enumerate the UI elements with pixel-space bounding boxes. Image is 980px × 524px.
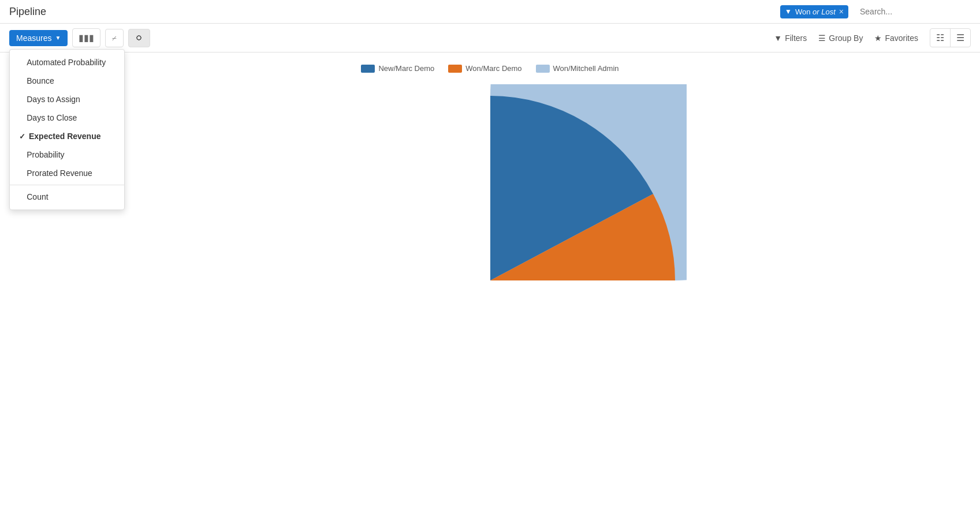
filters-label: Filters — [785, 33, 807, 43]
dropdown-divider — [10, 185, 124, 185]
groupby-label: Group By — [829, 33, 863, 43]
legend-item-won-mitchell-admin: Won/Mitchell Admin — [536, 64, 619, 73]
main-content: New/Marc Demo Won/Marc Demo Won/Mitchell… — [0, 53, 980, 488]
measures-arrow-icon: ▼ — [55, 35, 61, 41]
dropdown-item-days-to-close[interactable]: Days to Close — [10, 108, 124, 127]
chart-legend: New/Marc Demo Won/Marc Demo Won/Mitchell… — [361, 64, 618, 73]
pie-chart-container — [294, 84, 687, 477]
dropdown-item-expected-revenue[interactable]: ✓ Expected Revenue — [10, 127, 124, 145]
measures-dropdown: Automated Probability Bounce Days to Ass… — [9, 49, 125, 210]
groupby-icon: ☰ — [818, 33, 826, 43]
legend-item-won-marc-demo: Won/Marc Demo — [448, 64, 521, 73]
filters-action[interactable]: ▼ Filters — [774, 33, 807, 43]
dropdown-item-days-to-assign[interactable]: Days to Assign — [10, 90, 124, 108]
legend-color-new-marc-demo — [361, 65, 375, 73]
legend-item-new-marc-demo: New/Marc Demo — [361, 64, 434, 73]
dropdown-item-bounce[interactable]: Bounce — [10, 72, 124, 90]
dropdown-item-prorated-revenue[interactable]: Prorated Revenue — [10, 164, 124, 182]
bar-chart-button[interactable]: ▮▮▮ — [72, 28, 100, 47]
view-toggle: ☷ ☰ — [930, 28, 971, 47]
list-view-button[interactable]: ☰ — [950, 29, 970, 47]
pie-chart-button[interactable]: ⭘ — [128, 29, 150, 47]
filter-label: Won or Lost — [795, 8, 836, 16]
filter-tag: ▼ Won or Lost × — [780, 5, 848, 18]
measures-button[interactable]: Measures ▼ — [9, 30, 68, 46]
favorites-icon: ★ — [874, 33, 882, 43]
filters-icon: ▼ — [774, 33, 782, 43]
legend-color-won-marc-demo — [448, 65, 462, 73]
toolbar: Measures ▼ ▮▮▮ ⌿ ⭘ Automated Probability… — [0, 24, 980, 53]
filter-close-button[interactable]: × — [839, 8, 844, 16]
filter-icon: ▼ — [785, 8, 792, 16]
legend-label-won-marc-demo: Won/Marc Demo — [465, 64, 521, 73]
right-toolbar: ▼ Filters ☰ Group By ★ Favorites ☷ ☰ — [774, 28, 971, 47]
favorites-label: Favorites — [885, 33, 918, 43]
page-title: Pipeline — [9, 6, 46, 18]
search-input[interactable] — [855, 5, 971, 18]
legend-label-new-marc-demo: New/Marc Demo — [378, 64, 434, 73]
dropdown-item-count[interactable]: Count — [10, 188, 124, 206]
favorites-action[interactable]: ★ Favorites — [874, 33, 918, 43]
grid-view-button[interactable]: ☷ — [930, 29, 950, 47]
groupby-action[interactable]: ☰ Group By — [818, 33, 863, 43]
dropdown-item-probability[interactable]: Probability — [10, 145, 124, 164]
legend-label-won-mitchell-admin: Won/Mitchell Admin — [553, 64, 619, 73]
top-bar: Pipeline ▼ Won or Lost × — [0, 0, 980, 24]
dropdown-item-automated-probability[interactable]: Automated Probability — [10, 53, 124, 72]
line-chart-button[interactable]: ⌿ — [105, 29, 124, 47]
measures-label: Measures — [16, 33, 51, 43]
legend-color-won-mitchell-admin — [536, 65, 550, 73]
pie-chart — [294, 84, 687, 477]
